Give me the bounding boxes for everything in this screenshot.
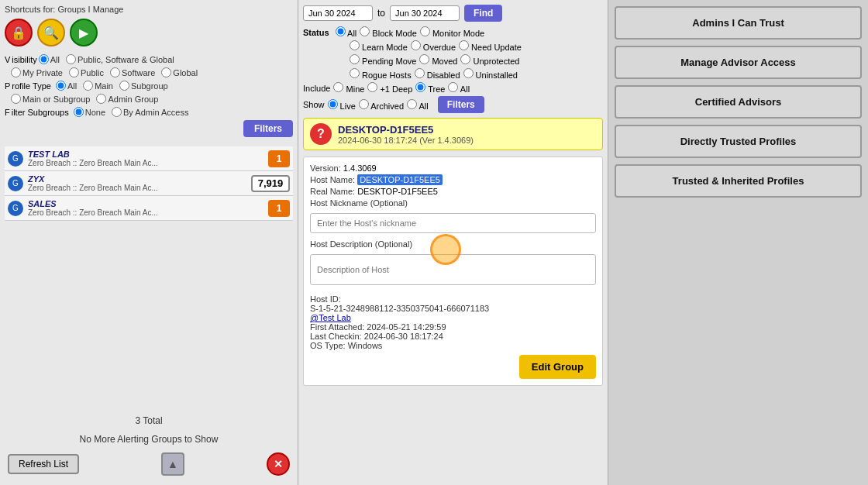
trusted-inherited-profiles-button[interactable]: Trusted & Inherited Profiles [615, 164, 862, 198]
group-name-zyx: ZYX [28, 174, 251, 184]
admins-i-can-trust-button[interactable]: Admins I Can Trust [615, 6, 862, 40]
show-row: Show Live Archived All Filters [303, 96, 603, 113]
vis-public2[interactable]: Public [69, 67, 104, 77]
nickname-input[interactable] [310, 213, 596, 233]
mid-filters-button[interactable]: Filters [438, 96, 484, 113]
status-blockmode[interactable]: Block Mode [360, 26, 417, 38]
visibility-row: Visibility All Public, Software & Global [5, 54, 293, 64]
group-icon-zyx: G [8, 176, 23, 191]
desc-label-row: Host Description (Optional) [310, 239, 596, 249]
inc-tree[interactable]: Tree [415, 82, 445, 94]
status-unprotected[interactable]: Unprotected [460, 54, 519, 66]
left-panel: Shortcuts for: Groups I Manage 🔒 🔍 ▶ Vis… [0, 0, 298, 485]
host-date: 2024-06-30 18:17:24 (Ver 1.4.3069) [338, 136, 596, 145]
status-overdue[interactable]: Overdue [411, 40, 456, 52]
nickname-label: Host Nickname (Optional) [310, 198, 408, 208]
status-roguehosts[interactable]: Rogue Hosts [350, 68, 412, 80]
host-id-link[interactable]: @Test Lab [310, 313, 351, 322]
date-to-input[interactable] [390, 5, 460, 21]
play-icon-btn[interactable]: ▶ [70, 19, 98, 46]
host-detail-section: Version: 1.4.3069 Host Name: DESKTOP-D1F… [303, 157, 603, 386]
group-sub-zyx: Zero Breach :: Zero Breach Main Ac... [28, 184, 251, 192]
show-all[interactable]: All [407, 99, 429, 111]
lock-icon-btn[interactable]: 🔒 [5, 19, 33, 46]
total-row: 3 Total [5, 411, 293, 431]
status-moved[interactable]: Moved [419, 54, 457, 66]
desc-label: Host Description (Optional) [310, 239, 412, 249]
edit-group-button[interactable]: Edit Group [519, 355, 596, 379]
vis-public[interactable]: Public, Software & Global [66, 54, 174, 64]
group-badge-testlab: 1 [268, 150, 290, 167]
desc-input[interactable] [310, 254, 596, 285]
include-label: Include [303, 84, 330, 93]
vis-global[interactable]: Global [161, 67, 198, 77]
total-label: 3 Total [135, 415, 162, 426]
manage-advisor-access-button[interactable]: Manage Advisor Access [615, 46, 862, 79]
up-arrow-button[interactable]: ▲ [161, 452, 184, 476]
search-icon-btn[interactable]: 🔍 [37, 19, 65, 46]
vis-myprivate[interactable]: My Private [11, 67, 63, 77]
status-uninstalled[interactable]: Uninstalled [463, 68, 518, 80]
include-row: Include Mine +1 Deep Tree All [303, 82, 603, 94]
fs-byadmin[interactable]: By Admin Access [112, 107, 188, 117]
status-pendingmove[interactable]: Pending Move [350, 54, 416, 66]
status-row2: Learn Mode Overdue Need Update [350, 40, 603, 52]
version-value: 1.4.3069 [343, 163, 377, 173]
inc-1deep[interactable]: +1 Deep [367, 82, 412, 94]
host-id-section: Host ID: S-1-5-21-3248988112-3350375041-… [310, 294, 596, 350]
certified-advisors-button[interactable]: Certified Advisors [615, 85, 862, 119]
vis-software[interactable]: Software [110, 67, 155, 77]
bottom-row: Refresh List ▲ ✕ [5, 448, 293, 480]
mid-panel: to Find Status All Block Mode Monitor Mo… [298, 0, 608, 485]
first-attached: First Attached: 2024-05-21 14:29:59 [310, 322, 596, 332]
right-panel: Admins I Can Trust Manage Advisor Access… [608, 0, 868, 485]
profile-type-options2: Main or Subgroup Admin Group [11, 94, 161, 104]
host-id-value: S-1-5-21-3248988112-3350375041-666071183 [310, 304, 596, 313]
filter-subgroups-options: None By Admin Access [74, 107, 192, 117]
directly-trusted-profiles-button[interactable]: Directly Trusted Profiles [615, 125, 862, 158]
host-item[interactable]: ? DESKTOP-D1F5EE5 2024-06-30 18:17:24 (V… [303, 118, 603, 150]
fs-none[interactable]: None [74, 107, 105, 117]
os-type: OS Type: Windows [310, 341, 596, 350]
group-badge-zyx: 7,919 [251, 175, 290, 192]
status-all[interactable]: All [336, 26, 357, 38]
group-name-testlab: TEST LAB [28, 150, 268, 159]
profile-type-label: P [5, 81, 10, 91]
filter-subgroups-row: Filter Subgroups None By Admin Access [5, 107, 293, 117]
status-disabled[interactable]: Disabled [415, 68, 460, 80]
profile-type-row2: Main or Subgroup Admin Group [5, 94, 293, 104]
group-item-zyx[interactable]: G ZYX Zero Breach :: Zero Breach Main Ac… [5, 171, 293, 196]
status-needupdate[interactable]: Need Update [459, 40, 522, 52]
left-filters-button[interactable]: Filters [243, 120, 293, 137]
host-alert-icon: ? [310, 123, 332, 145]
pt-main[interactable]: Main [83, 81, 113, 91]
show-live[interactable]: Live [328, 99, 356, 111]
pt-admingroup[interactable]: Admin Group [96, 94, 158, 104]
status-learnmode[interactable]: Learn Mode [350, 40, 408, 52]
status-label: Status [303, 28, 329, 37]
host-id-label-row: Host ID: [310, 294, 596, 304]
show-archived[interactable]: Archived [359, 99, 404, 111]
status-monitormode[interactable]: Monitor Mode [420, 26, 484, 38]
group-item-sales[interactable]: G SALES Zero Breach :: Zero Breach Main … [5, 196, 293, 221]
pt-mainorsub[interactable]: Main or Subgroup [11, 94, 90, 104]
nickname-label-row: Host Nickname (Optional) [310, 198, 596, 208]
icon-row: 🔒 🔍 ▶ [5, 19, 293, 46]
inc-all[interactable]: All [448, 82, 470, 94]
group-item-testlab[interactable]: G TEST LAB Zero Breach :: Zero Breach Ma… [5, 146, 293, 171]
find-button[interactable]: Find [464, 5, 502, 22]
visibility-options: All Public, Software & Global [39, 54, 177, 64]
date-from-input[interactable] [303, 5, 373, 21]
close-button[interactable]: ✕ [267, 452, 290, 476]
profile-type-row: Profile Type All Main Subgroup [5, 81, 293, 91]
date-to-label: to [377, 8, 385, 19]
refresh-list-button[interactable]: Refresh List [8, 454, 79, 474]
realname-row: Real Name: DESKTOP-D1F5EE5 [310, 187, 596, 196]
vis-all[interactable]: All [39, 54, 60, 64]
visibility-options2: My Private Public Software Global [11, 67, 201, 77]
hostname-row: Host Name: DESKTOP-D1F5EE5 [310, 175, 596, 184]
pt-subgroup[interactable]: Subgroup [119, 81, 168, 91]
group-icon-sales: G [8, 201, 23, 216]
pt-all[interactable]: All [56, 81, 77, 91]
inc-mine[interactable]: Mine [333, 82, 364, 94]
